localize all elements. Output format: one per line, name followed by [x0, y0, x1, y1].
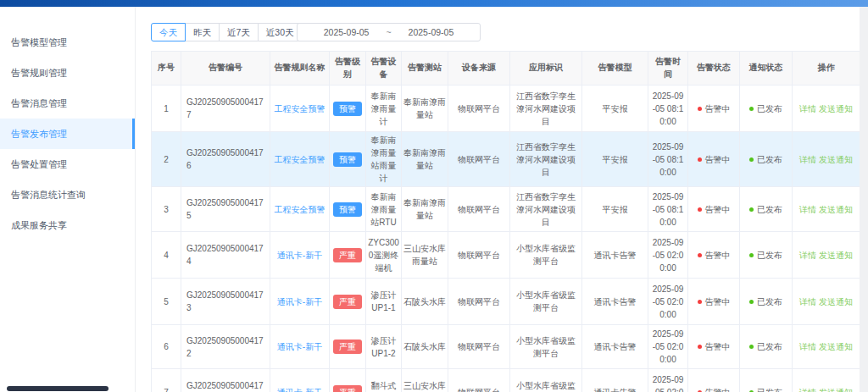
cell-notify-status: 已发布	[740, 369, 793, 392]
alert-rule-link[interactable]: 工程安全预警	[275, 155, 326, 164]
alert-status-text: 告警中	[705, 104, 731, 113]
cell-rule-name: 通讯卡-新干	[270, 279, 330, 325]
cell-alert-model: 平安报	[582, 86, 648, 132]
send-notification-link[interactable]: 发送通知	[819, 104, 853, 113]
alert-rule-link[interactable]: 工程安全预警	[275, 205, 326, 214]
sidebar-item-alert-rule-mgmt[interactable]: 告警规则管理	[0, 58, 135, 88]
alert-level-badge: 预警	[333, 152, 362, 167]
alert-table-body: 1 GJ202509050004177 工程安全预警 预警 奉新南潦雨量计 奉新…	[152, 86, 860, 392]
cell-alert-station: 石陂头水库	[402, 279, 448, 325]
cell-alert-time: 2025-09-05 08:10:00	[648, 187, 688, 232]
cell-alert-model: 通讯卡告警	[582, 369, 648, 392]
alarm-status-dot	[698, 107, 702, 111]
cell-device-source: 物联网平台	[448, 369, 510, 392]
cell-alert-time: 2025-09-05 02:00:00	[648, 279, 688, 325]
sidebar-item-result-service-sharing[interactable]: 成果服务共享	[0, 210, 135, 240]
table-row[interactable]: 1 GJ202509050004177 工程安全预警 预警 奉新南潦雨量计 奉新…	[152, 86, 860, 132]
alarm-status-dot	[698, 345, 702, 349]
sidebar-item-alert-message-mgmt[interactable]: 告警消息管理	[0, 88, 135, 119]
send-notification-link[interactable]: 发送通知	[819, 251, 853, 260]
sidebar-item-alert-model-mgmt[interactable]: 告警模型管理	[0, 27, 135, 58]
table-row[interactable]: 2 GJ202509050004176 工程安全预警 预警 奉新南潦雨量站雨量计…	[152, 132, 860, 187]
cell-alert-time: 2025-09-05 02:00:00	[648, 325, 688, 369]
table-row[interactable]: 4 GJ202509050004174 通讯卡-新干 严重 ZYC3000遥测终…	[152, 232, 860, 279]
send-notification-link[interactable]: 发送通知	[819, 342, 853, 351]
table-row[interactable]: 7 GJ202509050004171 通讯卡-新干 严重 翻斗式雨量计 三山安…	[152, 369, 860, 392]
cell-app-identifier: 小型水库省级监测平台	[510, 325, 582, 369]
col-actions: 操作	[793, 52, 860, 86]
date-range-picker[interactable]: 2025-09-05 ~ 2025-09-05	[297, 23, 481, 41]
quick-filter-last-30-days[interactable]: 近30天	[258, 23, 303, 41]
detail-link[interactable]: 详情	[799, 342, 816, 351]
table-row[interactable]: 6 GJ202509050004172 通讯卡-新干 严重 渗压计UP1-2 石…	[152, 325, 860, 369]
detail-link[interactable]: 详情	[799, 205, 816, 214]
table-header-row: 序号 告警编号 告警规则名称 告警级别 告警设备 告警测站 设备来源 应用标识 …	[152, 52, 860, 86]
alarm-status-dot	[698, 207, 702, 212]
notify-status-text: 已发布	[757, 205, 782, 214]
col-source: 设备来源	[448, 52, 510, 86]
alert-rule-link[interactable]: 通讯卡-新干	[277, 297, 322, 306]
sidebar-item-alert-disposal-mgmt[interactable]: 告警处置管理	[0, 149, 135, 179]
cell-app-identifier: 江西省数字孪生潦河水网建设项目	[510, 132, 582, 187]
notify-status-text: 已发布	[757, 388, 782, 392]
cell-alert-level: 预警	[330, 132, 366, 187]
notify-status-text: 已发布	[757, 342, 782, 351]
cell-alert-status: 告警中	[688, 187, 740, 232]
send-notification-link[interactable]: 发送通知	[819, 155, 853, 164]
cell-notify-status: 已发布	[740, 325, 793, 369]
cell-alert-station: 石陂头水库	[402, 325, 448, 369]
send-notification-link[interactable]: 发送通知	[819, 388, 853, 392]
col-notify-status: 通知状态	[740, 52, 793, 86]
horizontal-scrollbar-thumb[interactable]	[7, 386, 108, 391]
table-row[interactable]: 5 GJ202509050004173 通讯卡-新干 严重 渗压计UP1-1 石…	[152, 279, 860, 325]
quick-filter-yesterday[interactable]: 昨天	[185, 23, 220, 41]
cell-alert-time: 2025-09-05 08:10:00	[648, 132, 688, 187]
sidebar-item-alert-publish-mgmt[interactable]: 告警发布管理	[0, 119, 135, 149]
alert-rule-link[interactable]: 通讯卡-新干	[277, 388, 322, 392]
cell-row-number: 6	[152, 325, 181, 369]
published-status-dot	[749, 253, 754, 257]
sidebar: 告警模型管理 告警规则管理 告警消息管理 告警发布管理 告警处置管理 告警消息统…	[0, 7, 136, 392]
cell-notify-status: 已发布	[740, 132, 793, 187]
end-date-value[interactable]: 2025-09-05	[409, 27, 454, 37]
cell-app-identifier: 小型水库省级监测平台	[510, 279, 582, 325]
cell-alert-id: GJ202509050004177	[181, 86, 270, 132]
cell-app-identifier: 江西省数字孪生潦河水网建设项目	[510, 187, 582, 232]
quick-filter-last-7-days[interactable]: 近7天	[219, 23, 259, 41]
detail-link[interactable]: 详情	[799, 297, 816, 306]
cell-rule-name: 通讯卡-新干	[270, 369, 330, 392]
col-level: 告警级别	[330, 52, 366, 86]
top-header-bar	[0, 0, 868, 7]
alert-rule-link[interactable]: 工程安全预警	[275, 104, 326, 113]
cell-alert-status: 告警中	[688, 325, 740, 369]
cell-alert-id: GJ202509050004175	[181, 187, 270, 232]
send-notification-link[interactable]: 发送通知	[819, 297, 853, 306]
col-app-id: 应用标识	[510, 52, 582, 86]
table-row[interactable]: 3 GJ202509050004175 工程安全预警 预警 奉新南潦雨量站RTU…	[152, 187, 860, 232]
start-date-value[interactable]: 2025-09-05	[324, 27, 370, 37]
detail-link[interactable]: 详情	[799, 104, 816, 113]
detail-link[interactable]: 详情	[799, 155, 816, 164]
cell-alert-station: 三山安水库雨量站	[402, 232, 448, 279]
cell-actions: 详情 发送通知	[793, 132, 860, 187]
send-notification-link[interactable]: 发送通知	[819, 205, 853, 214]
published-status-dot	[749, 107, 754, 111]
cell-alert-id: GJ202509050004174	[181, 232, 270, 279]
alarm-status-dot	[698, 300, 702, 304]
sidebar-item-alert-stats-query[interactable]: 告警消息统计查询	[0, 179, 135, 210]
alert-rule-link[interactable]: 通讯卡-新干	[277, 251, 322, 260]
cell-actions: 详情 发送通知	[793, 187, 860, 232]
col-serial: 序号	[152, 52, 181, 86]
cell-actions: 详情 发送通知	[793, 232, 860, 279]
alert-rule-link[interactable]: 通讯卡-新干	[277, 342, 322, 351]
detail-link[interactable]: 详情	[799, 388, 816, 392]
cell-alert-device: 奉新南潦雨量站雨量计	[366, 132, 402, 187]
cell-actions: 详情 发送通知	[793, 325, 860, 369]
cell-alert-status: 告警中	[688, 232, 740, 279]
detail-link[interactable]: 详情	[799, 251, 816, 260]
cell-alert-time: 2025-09-05 02:00:00	[648, 232, 688, 279]
quick-filter-today[interactable]: 今天	[151, 23, 186, 41]
cell-row-number: 3	[152, 187, 181, 232]
cell-alert-model: 平安报	[582, 187, 648, 232]
cell-notify-status: 已发布	[740, 86, 793, 132]
